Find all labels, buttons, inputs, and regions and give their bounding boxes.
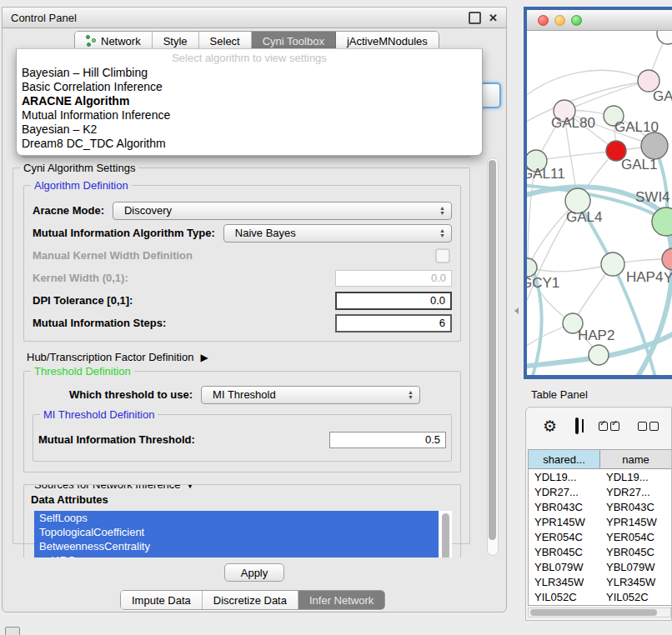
table-row[interactable]: YDR27...YDR27...12 [529,484,672,499]
deselect-all-columns-icon[interactable] [638,422,659,431]
tab-impute-data[interactable]: Impute Data [121,591,203,609]
algorithm-option[interactable]: Bayesian – K2 [17,122,482,137]
table-cell: YIL052C [529,591,600,603]
table-row[interactable]: YLR345WYLR345W9. [529,574,672,589]
table-row[interactable]: YBR045CYBR045C9. [529,544,672,559]
algorithm-option[interactable]: Mutual Information Inference [17,108,482,122]
splitter-grip[interactable] [514,308,519,314]
which-threshold-combobox[interactable]: MI Threshold ▲▼ [201,386,420,404]
cyni-bottom-tabbar: Impute DataDiscretize DataInfer Network [120,590,385,610]
expander-expanded-icon: ▼ [186,484,195,490]
mi-steps-field[interactable]: 6 [335,314,452,332]
tab-label: Discretize Data [213,594,287,607]
kernel-width-field[interactable]: 0.0 [335,270,452,287]
algorithm-option[interactable]: Basic Correlation Inference [17,80,482,94]
dpi-tolerance-row: DPI Tolerance [0,1]: 0.0 [33,291,452,310]
node-label: GAL4 [566,209,602,225]
network-node-hap4[interactable] [601,252,624,276]
select-all-columns-icon[interactable] [599,422,619,431]
apply-button[interactable]: Apply [224,563,284,582]
float-window-icon[interactable] [469,12,481,24]
data-attributes-list[interactable]: SelfLoopsTopologicalCoefficientBetweenne… [34,511,452,558]
minimize-window-icon[interactable] [554,15,565,26]
data-attribute-item[interactable]: TopologicalCoefficient [34,525,439,539]
table-cell: YPR145W [529,516,600,528]
table-row[interactable]: YDL19...YDL19...13 [529,469,672,484]
tab-network[interactable]: Network [75,32,153,50]
cyni-algorithm-settings-group: Cyni Algorithm Settings Algorithm Defini… [13,168,470,544]
algorithm-option[interactable]: Dream8 DC_TDC Algorithm [17,137,482,151]
aracne-mode-combobox[interactable]: Discovery ▲▼ [113,202,452,220]
list-scrollbar[interactable] [441,512,450,558]
data-attributes-label: Data Attributes [31,493,455,506]
columns-icon[interactable] [575,418,579,434]
column-header[interactable]: shared... [529,450,600,468]
tab-infer-network[interactable]: Infer Network [298,591,384,609]
tab-label: Impute Data [132,594,191,607]
table-row[interactable]: YPR145WYPR145W9. [529,514,672,529]
minimized-panel-icon[interactable] [5,627,20,635]
manual-kernel-label: Manual Kernel Width Definition [33,249,193,262]
tab-select[interactable]: Select [199,32,252,50]
mi-type-value: Naive Bayes [235,227,439,239]
network-node[interactable] [641,132,668,159]
table-row[interactable]: YER054CYER054C8. [529,529,672,544]
network-node[interactable] [589,345,609,365]
which-threshold-value: MI Threshold [213,388,408,401]
threshold-definition-group: Threshold Definition Which threshold to … [23,371,461,472]
network-graph: GALGAL80GAL10GAL1GAL11SWI4GAL4GCY1HAP4YH… [527,31,672,375]
tab-cyni-toolbox[interactable]: Cyni Toolbox [252,32,336,50]
table-cell: YDR27... [600,486,672,498]
tab-jactivemnodules[interactable]: jActiveMNodules [336,32,439,50]
edge [564,81,649,111]
close-window-icon[interactable] [538,15,549,26]
kernel-width-label: Kernel Width (0,1): [33,272,128,284]
mi-type-combobox[interactable]: Naive Bayes ▲▼ [223,224,452,242]
network-canvas[interactable]: GALGAL80GAL10GAL1GAL11SWI4GAL4GCY1HAP4YH… [527,31,672,375]
network-node[interactable] [657,31,672,44]
node-label: GAL [653,88,672,104]
table-hscrollbar[interactable] [528,608,671,618]
table-row[interactable]: YBL079WYBL079W [529,559,672,574]
stepper-arrows-icon: ▲▼ [439,206,445,216]
hub-definition-expander[interactable]: Hub/Transcription Factor Definition ▶ [27,351,461,363]
manual-kernel-checkbox[interactable] [435,248,450,263]
table-row[interactable]: YBR043CYBR043C [529,499,672,514]
node-label: GAL1 [621,157,657,172]
which-threshold-row: Which threshold to use: MI Threshold ▲▼ [31,385,454,404]
control-panel-titlebar: Control Panel ✕ [3,8,506,28]
node-label: HAP2 [578,328,614,343]
tab-label: jActiveMNodules [347,35,428,48]
zoom-window-icon[interactable] [571,15,582,26]
tab-style[interactable]: Style [153,32,199,50]
sources-group: Sources for Network Inference▼ Data Attr… [23,484,461,558]
network-node-y[interactable] [662,248,672,270]
settings-scrollbar[interactable] [487,158,499,556]
data-attribute-item[interactable]: BetweennessCentrality [34,539,439,553]
table-cell: YLR345W [529,576,600,588]
table-header-row: shared...nameA [529,450,672,469]
algorithm-option[interactable]: ARACNE Algorithm [17,94,482,108]
table-cell: YBR045C [600,546,672,558]
data-attribute-item[interactable]: gal4RGexp [34,553,439,558]
data-attribute-item[interactable]: SelfLoops [34,511,439,525]
mi-threshold-field[interactable]: 0.5 [329,432,446,448]
node-label: GAL10 [614,119,659,135]
aracne-mode-row: Aracne Mode: Discovery ▲▼ [33,201,452,220]
dpi-tolerance-field[interactable]: 0.0 [335,292,452,310]
table-row[interactable]: YIL052CYIL052C9 [529,589,672,604]
column-header[interactable]: name [600,450,672,468]
tab-label: Infer Network [309,594,374,607]
algorithm-dropdown-hint: Select algorithm to view settings [17,50,482,66]
tab-discretize-data[interactable]: Discretize Data [203,591,298,609]
network-node-swi4[interactable] [652,208,672,236]
gear-icon[interactable]: ⚙ [543,417,557,436]
algorithm-option[interactable]: Bayesian – Hill Climbing [17,66,482,80]
expander-collapsed-icon: ▶ [200,352,208,363]
close-panel-icon[interactable]: ✕ [489,12,498,24]
network-icon [86,35,97,47]
tab-label: Select [210,35,240,48]
mi-threshold-definition-title: MI Threshold Definition [40,408,158,421]
algorithm-definition-title: Algorithm Definition [31,179,132,192]
hub-definition-label: Hub/Transcription Factor Definition [27,351,193,363]
